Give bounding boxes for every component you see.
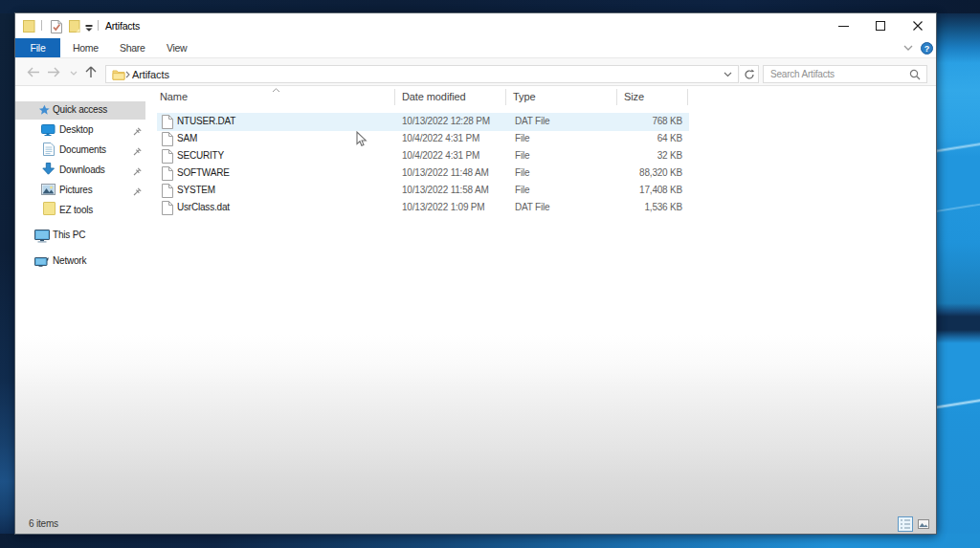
svg-text:?: ?: [924, 44, 929, 54]
